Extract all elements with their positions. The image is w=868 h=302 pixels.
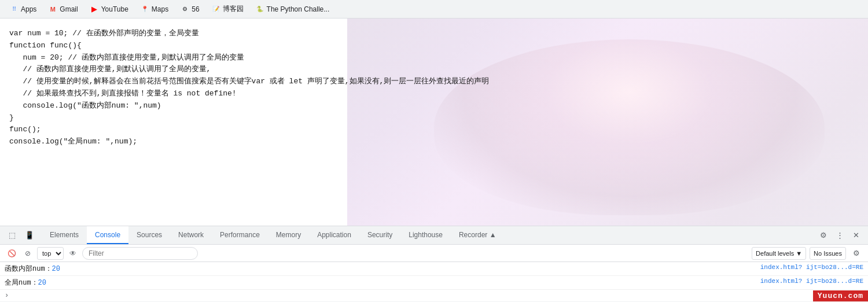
console-toolbar: 🚫 ⊘ top 👁 Default levels ▼ No Issues ⚙ [0, 245, 868, 262]
console-right-tools: Default levels ▼ No Issues ⚙ [752, 246, 863, 260]
console-settings-button[interactable]: ⚙ [849, 246, 863, 260]
console-line-1-link[interactable]: index.html? ijt=bo28...d=RE [760, 264, 863, 271]
console-line-2-text: 全局num：20 [5, 278, 760, 288]
main-content: var num = 10; // 在函数外部声明的变量，全局变量 functio… [0, 19, 868, 226]
console-prompt: › [0, 290, 868, 301]
clear-console-button[interactable]: 🚫 [5, 246, 19, 260]
devtools-left-icons: ⬚ 📱 [5, 226, 37, 244]
bookmark-python-label: The Python Challe... [267, 5, 330, 13]
tab-performance[interactable]: Performance [212, 226, 268, 244]
tab-memory[interactable]: Memory [268, 226, 309, 244]
tab-security[interactable]: Security [359, 226, 400, 244]
tab-console[interactable]: Console [87, 226, 128, 244]
filter-input[interactable] [82, 247, 198, 260]
inspect-element-button[interactable]: ⬚ [5, 228, 20, 243]
bookmarks-bar: ⠿ Apps M Gmail ▶ YouTube 📍 Maps ⚙ 56 📝 博… [0, 0, 868, 19]
youtube-icon: ▶ [90, 5, 99, 14]
no-issues-button[interactable]: No Issues [810, 247, 846, 260]
tab-spacer [505, 226, 816, 244]
bookmark-blog[interactable]: 📝 博客园 [207, 2, 248, 16]
tab-sources[interactable]: Sources [128, 226, 170, 244]
close-devtools-button[interactable]: ✕ [848, 228, 863, 243]
settings-icon[interactable]: ⚙ [816, 228, 831, 243]
console-output: 函数内部num：20 index.html? ijt=bo28...d=RE 全… [0, 262, 868, 301]
watermark: Yuucn.com [813, 290, 868, 301]
tab-elements[interactable]: Elements [42, 226, 87, 244]
eye-icon[interactable]: 👁 [66, 246, 80, 260]
bookmark-github-label: 56 [192, 5, 199, 13]
default-levels-button[interactable]: Default levels ▼ [752, 247, 806, 260]
tab-lighthouse[interactable]: Lighthouse [400, 226, 451, 244]
console-line-1-text: 函数内部num：20 [5, 264, 760, 274]
bookmark-blog-label: 博客园 [223, 4, 244, 14]
devtools-right-icons: ⚙ ⋮ ✕ [816, 226, 868, 244]
bookmark-maps[interactable]: 📍 Maps [135, 2, 173, 16]
bookmark-apps[interactable]: ⠿ Apps [5, 2, 41, 16]
console-output-line-2: 全局num：20 index.html? ijt=bo28...d=RE [0, 276, 868, 290]
devtools-panel: ⬚ 📱 Elements Console Sources Network Per… [0, 226, 868, 301]
device-toggle-button[interactable]: 📱 [22, 228, 37, 243]
tab-network[interactable]: Network [170, 226, 212, 244]
console-output-line-1: 函数内部num：20 index.html? ijt=bo28...d=RE [0, 262, 868, 276]
bookmark-gmail[interactable]: M Gmail [43, 2, 82, 16]
devtools-tabs-bar: ⬚ 📱 Elements Console Sources Network Per… [0, 226, 868, 245]
gmail-icon: M [48, 5, 57, 14]
github-icon: ⚙ [180, 5, 189, 14]
python-icon: 🐍 [255, 5, 264, 14]
more-options-icon[interactable]: ⋮ [832, 228, 847, 243]
console-filter-button[interactable]: ⊘ [21, 246, 35, 260]
bookmark-gmail-label: Gmail [60, 5, 78, 13]
apps-icon: ⠿ [9, 5, 19, 14]
context-selector[interactable]: top [37, 247, 64, 260]
bookmark-github[interactable]: ⚙ 56 [175, 2, 204, 16]
bookmark-youtube-label: YouTube [101, 5, 128, 13]
bookmark-python[interactable]: 🐍 The Python Challe... [251, 2, 334, 16]
code-display: var num = 10; // 在函数外部声明的变量，全局变量 functio… [0, 19, 868, 226]
console-line-2-link[interactable]: index.html? ijt=bo28...d=RE [760, 278, 863, 285]
blog-icon: 📝 [211, 5, 220, 14]
tab-application[interactable]: Application [309, 226, 359, 244]
maps-icon: 📍 [140, 5, 149, 14]
tab-recorder[interactable]: Recorder ▲ [451, 226, 505, 244]
console-left-tools: 🚫 ⊘ top 👁 [5, 246, 198, 260]
prompt-arrow: › [5, 292, 9, 300]
bookmark-maps-label: Maps [152, 5, 168, 13]
bookmark-youtube[interactable]: ▶ YouTube [85, 2, 133, 16]
bookmark-apps-label: Apps [21, 5, 36, 13]
